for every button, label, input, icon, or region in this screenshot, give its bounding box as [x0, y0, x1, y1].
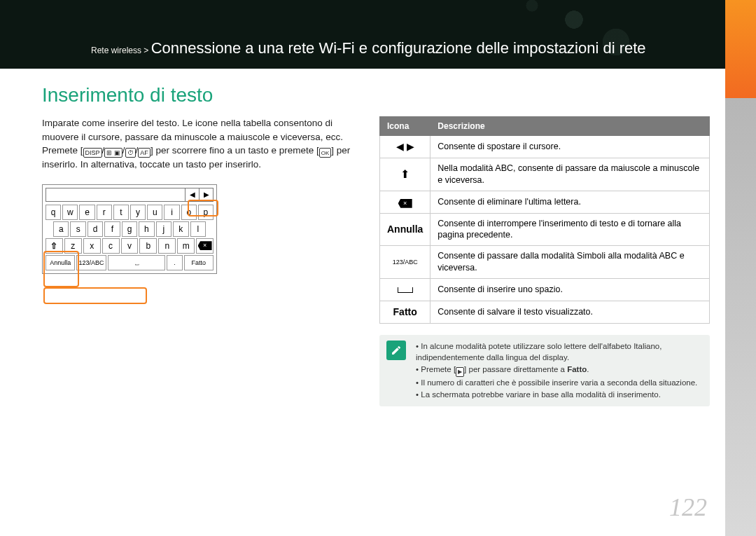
key-i[interactable]: i — [164, 205, 179, 220]
key-a[interactable]: a — [53, 221, 69, 237]
af-button-icon: AF — [138, 148, 150, 158]
desc-cell: Consente di passare dalla modalità Simbo… — [430, 246, 710, 279]
keyboard-input-row: ◀ ▶ — [46, 188, 214, 202]
key-l[interactable]: l — [190, 221, 206, 237]
timer-icon: ⏱ — [125, 148, 136, 158]
key-y[interactable]: y — [130, 205, 146, 220]
section-heading: Inserimento di testo — [42, 84, 710, 106]
breadcrumb-title: Connessione a una rete Wi-Fi e configura… — [151, 39, 646, 57]
col-icon: Icona — [380, 117, 430, 136]
icon-description-table: Icona Descrizione ◀ ▶Consente di spostar… — [379, 116, 710, 324]
table-row: 123/ABCConsente di passare dalla modalit… — [380, 246, 710, 279]
key-c[interactable]: c — [102, 238, 120, 254]
ok-button-icon: OK — [319, 148, 332, 158]
desc-cell: Consente di interrompere l'inserimento d… — [430, 213, 710, 246]
cancel-key[interactable]: Annulla — [46, 255, 75, 270]
note-list: In alcune modalità potete utilizzare sol… — [416, 341, 703, 401]
key-r[interactable]: r — [97, 205, 112, 220]
desc-cell: Nella modalità ABC, consente di passare … — [430, 158, 710, 191]
key-s[interactable]: s — [70, 221, 85, 237]
backspace-icon: × — [380, 191, 430, 213]
side-tab — [725, 0, 756, 536]
table-row: ◀ ▶Consente di spostare il cursore. — [380, 136, 710, 158]
icon-cell: Fatto — [380, 301, 430, 323]
mode-key[interactable]: 123/ABC — [76, 255, 106, 270]
key-u[interactable]: u — [147, 205, 162, 220]
cursor-right-key[interactable]: ▶ — [199, 188, 213, 201]
key-w[interactable]: w — [62, 205, 78, 220]
shift-key[interactable]: ⇧ — [46, 238, 63, 254]
space-icon — [380, 279, 430, 301]
done-key[interactable]: Fatto — [184, 255, 214, 270]
key-f[interactable]: f — [104, 221, 120, 237]
icon-cell: ◀ ▶ — [380, 136, 430, 158]
key-g[interactable]: g — [122, 221, 137, 237]
shift-icon: ⬆ — [380, 158, 430, 191]
cursor-left-key[interactable]: ◀ — [185, 188, 199, 201]
key-b[interactable]: b — [139, 238, 157, 254]
press-part1: Premete [ — [42, 145, 83, 156]
onscreen-keyboard: ◀ ▶ qwertyuiop asdfghjkl ⇧zxcvbnm× Annul… — [42, 184, 217, 274]
table-row: FattoConsente di salvare il testo visual… — [380, 301, 710, 323]
key-e[interactable]: e — [79, 205, 94, 220]
desc-cell: Consente di eliminare l'ultima lettera. — [430, 191, 710, 213]
key-p[interactable]: p — [198, 205, 214, 220]
disp-button-icon: DISP — [83, 148, 102, 158]
note-item: Premete [▶] per passare direttamente a F… — [416, 364, 703, 377]
desc-cell: Consente di inserire uno spazio. — [430, 279, 710, 301]
intro-text: Imparate come inserire del testo. Le ico… — [42, 116, 371, 144]
key-x[interactable]: x — [83, 238, 101, 254]
table-row: Consente di inserire uno spazio. — [380, 279, 710, 301]
key-t[interactable]: t — [113, 205, 129, 220]
backspace-key[interactable]: × — [196, 238, 214, 254]
table-row: ×Consente di eliminare l'ultima lettera. — [380, 191, 710, 213]
press-part2: ] per scorrere fino a un tasto e premete… — [150, 145, 319, 156]
note-item: Il numero di caratteri che è possibile i… — [416, 377, 703, 389]
space-key[interactable]: ⎵ — [108, 255, 166, 270]
icon-cell: Annulla — [380, 213, 430, 246]
note-box: In alcune modalità potete utilizzare sol… — [379, 335, 710, 406]
key-d[interactable]: d — [88, 221, 103, 237]
key-m[interactable]: m — [177, 238, 195, 254]
key-k[interactable]: k — [173, 221, 188, 237]
desc-cell: Consente di salvare il testo visualizzat… — [430, 301, 710, 323]
text-field[interactable] — [46, 188, 185, 201]
key-n[interactable]: n — [158, 238, 176, 254]
dot-key[interactable]: . — [167, 255, 182, 270]
breadcrumb-section: Rete wireless > — [91, 46, 148, 55]
key-v[interactable]: v — [121, 238, 139, 254]
grid-icon: ⊞ ▣ — [104, 148, 122, 158]
note-pen-icon — [386, 341, 406, 360]
table-row: ⬆Nella modalità ABC, consente di passare… — [380, 158, 710, 191]
note-item: La schermata potrebbe variare in base al… — [416, 389, 703, 401]
header-background — [0, 0, 756, 69]
page-number: 122 — [669, 493, 707, 522]
col-desc: Descrizione — [430, 117, 710, 136]
key-z[interactable]: z — [64, 238, 82, 254]
key-o[interactable]: o — [181, 205, 197, 220]
icon-cell: 123/ABC — [380, 246, 430, 279]
desc-cell: Consente di spostare il cursore. — [430, 136, 710, 158]
breadcrumb: Rete wireless > Connessione a una rete W… — [91, 39, 646, 57]
press-instruction: Premete [DISP/⊞ ▣/⏱/AF] per scorrere fin… — [42, 144, 371, 172]
table-row: AnnullaConsente di interrompere l'inseri… — [380, 213, 710, 246]
note-item: In alcune modalità potete utilizzare sol… — [416, 341, 703, 364]
key-h[interactable]: h — [139, 221, 154, 237]
key-j[interactable]: j — [156, 221, 172, 237]
key-q[interactable]: q — [46, 205, 61, 220]
